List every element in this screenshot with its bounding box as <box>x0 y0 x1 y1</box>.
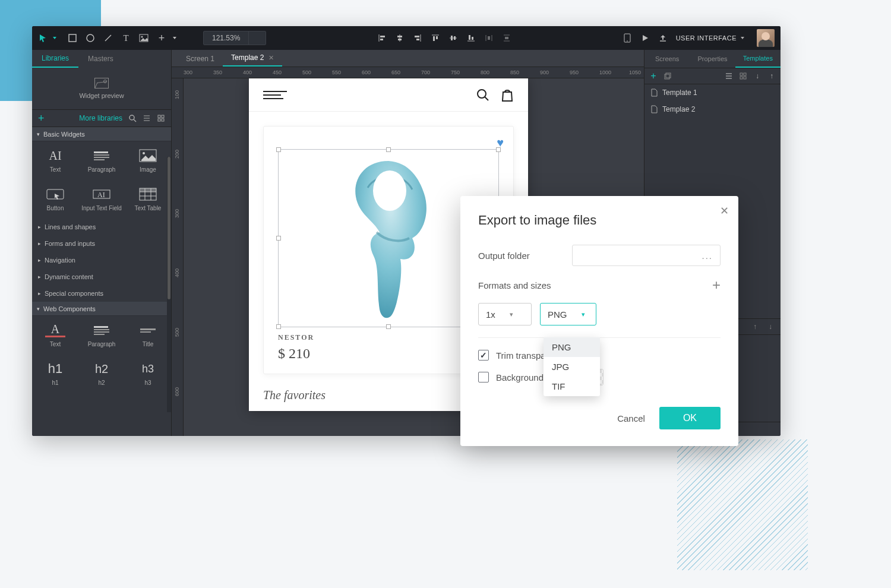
resize-handle[interactable] <box>276 147 281 152</box>
view-mode-label: USER INTERFACE <box>676 34 737 42</box>
resize-handle[interactable] <box>496 147 501 152</box>
duplicate-template-icon[interactable] <box>663 72 672 80</box>
view-mode-dropdown[interactable]: USER INTERFACE <box>676 34 745 42</box>
resize-handle[interactable] <box>276 236 281 241</box>
web-widget-paragraph[interactable]: Paragraph <box>78 316 125 355</box>
tab-screens[interactable]: Screens <box>644 50 690 68</box>
close-icon[interactable]: ✕ <box>720 204 729 217</box>
align-left-icon[interactable] <box>377 33 387 43</box>
bag-icon[interactable] <box>501 88 514 102</box>
cancel-button[interactable]: Cancel <box>617 413 645 423</box>
bg-checkbox[interactable] <box>478 372 489 382</box>
add-tool-icon[interactable]: + <box>157 33 166 43</box>
close-tab-icon[interactable]: ✕ <box>268 54 274 62</box>
distribute-v-icon[interactable] <box>502 33 511 43</box>
template-item-1[interactable]: Template 1 <box>644 84 781 101</box>
web-widget-h1[interactable]: h1h1 <box>32 355 78 393</box>
format-option-tif[interactable]: TIF <box>544 377 600 396</box>
ok-button[interactable]: OK <box>659 407 721 429</box>
scale-select[interactable]: 1x ▾ <box>478 303 532 325</box>
web-widgets-row1: AText Paragraph Title <box>32 316 171 355</box>
resize-handle[interactable] <box>386 147 391 152</box>
web-widget-h3[interactable]: h3h3 <box>125 355 171 393</box>
section-basic-widgets[interactable]: ▾Basic Widgets <box>32 127 171 141</box>
widget-text-table[interactable]: Text Table <box>125 180 171 219</box>
cat-dynamic-content[interactable]: ▸Dynamic content <box>32 268 171 285</box>
menu-icon[interactable] <box>263 91 287 99</box>
svg-line-53 <box>485 97 488 100</box>
add-format-icon[interactable]: + <box>712 277 721 293</box>
tab-libraries[interactable]: Libraries <box>32 50 78 68</box>
svg-text:AI: AI <box>97 191 105 199</box>
tab-masters[interactable]: Masters <box>78 50 123 68</box>
trim-checkbox[interactable] <box>478 350 489 361</box>
left-panel-scrollbar[interactable] <box>167 157 171 412</box>
zoom-caret-icon[interactable] <box>248 31 266 45</box>
svg-rect-37 <box>158 115 160 118</box>
web-widget-title[interactable]: Title <box>125 316 171 355</box>
web-widget-text[interactable]: AText <box>32 316 78 355</box>
svg-rect-38 <box>162 115 164 118</box>
format-option-jpg[interactable]: JPG <box>544 357 600 377</box>
align-center-h-icon[interactable] <box>395 33 405 43</box>
upload-icon[interactable] <box>658 33 668 43</box>
svg-rect-21 <box>469 35 470 40</box>
list-view-icon[interactable] <box>725 72 733 80</box>
align-middle-v-icon[interactable] <box>448 33 458 43</box>
play-icon[interactable] <box>640 33 650 43</box>
format-select[interactable]: PNG ▾ <box>540 303 596 325</box>
ellipse-tool-icon[interactable] <box>86 33 95 43</box>
move-up-icon[interactable]: ↑ <box>751 323 759 331</box>
user-avatar[interactable] <box>757 29 775 47</box>
tab-templae-2[interactable]: Templae 2✕ <box>223 50 282 67</box>
align-top-icon[interactable] <box>431 33 440 43</box>
sort-down-icon[interactable]: ↓ <box>753 72 762 80</box>
rectangle-tool-icon[interactable] <box>68 33 77 43</box>
widget-input-text[interactable]: AIInput Text Field <box>78 180 125 219</box>
image-tool-icon[interactable] <box>139 33 148 43</box>
tab-templates[interactable]: Templates <box>735 50 781 68</box>
search-icon[interactable] <box>476 88 490 102</box>
pointer-caret-icon[interactable] <box>50 33 59 43</box>
more-libraries-link[interactable]: More libraries <box>79 114 122 122</box>
search-icon[interactable] <box>128 114 137 122</box>
add-library-icon[interactable]: + <box>38 113 45 124</box>
text-tool-icon[interactable]: T <box>121 33 131 43</box>
sort-up-icon[interactable]: ↑ <box>767 72 776 80</box>
zoom-control[interactable]: 121.53% <box>203 31 266 45</box>
cat-forms-inputs[interactable]: ▸Forms and inputs <box>32 235 171 252</box>
svg-rect-22 <box>472 37 473 40</box>
templates-toolbar: + ↓ ↑ <box>644 68 781 84</box>
pointer-tool-icon[interactable] <box>38 33 48 43</box>
template-item-2[interactable]: Templae 2 <box>644 101 781 118</box>
grid-view-icon[interactable] <box>739 72 747 80</box>
distribute-icon[interactable] <box>484 33 494 43</box>
device-icon[interactable] <box>623 33 632 43</box>
line-tool-icon[interactable] <box>103 33 113 43</box>
section-web-components[interactable]: ▾Web Components <box>32 302 171 316</box>
widget-paragraph[interactable]: Paragraph <box>78 141 125 180</box>
add-template-icon[interactable]: + <box>649 72 658 80</box>
output-folder-input[interactable]: ... <box>572 245 721 266</box>
align-right-icon[interactable] <box>413 33 422 43</box>
widget-text[interactable]: AIText <box>32 141 78 180</box>
cat-lines-shapes[interactable]: ▸Lines and shapes <box>32 219 171 235</box>
resize-handle[interactable] <box>386 324 391 329</box>
resize-handle[interactable] <box>276 324 281 329</box>
cat-special-components[interactable]: ▸Special components <box>32 285 171 302</box>
cat-navigation[interactable]: ▸Navigation <box>32 252 171 268</box>
svg-rect-60 <box>740 73 742 75</box>
web-widget-h2[interactable]: h2h2 <box>78 355 125 393</box>
move-down-icon[interactable]: ↓ <box>766 323 775 331</box>
widget-button[interactable]: Button <box>32 180 78 219</box>
widget-image[interactable]: Image <box>125 141 171 180</box>
svg-rect-7 <box>380 39 383 40</box>
grid-view-icon[interactable] <box>157 114 165 122</box>
align-bottom-icon[interactable] <box>466 33 476 43</box>
list-view-icon[interactable] <box>143 114 151 122</box>
format-option-png[interactable]: PNG <box>544 337 600 357</box>
tab-properties[interactable]: Properties <box>690 50 735 68</box>
tab-screen-1[interactable]: Screen 1 <box>178 51 223 67</box>
add-caret-icon[interactable] <box>170 33 179 43</box>
svg-point-4 <box>141 36 143 38</box>
